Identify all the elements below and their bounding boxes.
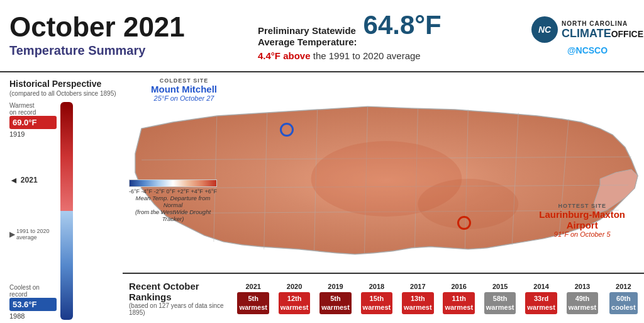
ranking-label: warmest [280,303,309,312]
ranking-number: 13th [404,295,432,303]
legend-tick-6: +4°F [191,188,203,195]
ranking-box: 13th warmest [402,292,434,314]
ranking-year: 2017 [410,283,425,290]
ranking-box: 15th warmest [361,292,393,314]
legend-tick-4: 0°F [167,188,175,195]
avg-temp-value: 64.8°F [364,10,441,40]
legend-tick-1: -6°F [129,188,140,195]
ranking-label: warmest [363,303,391,312]
month-year-title: October 2021 [9,13,236,41]
coolest-on-record-label: Coolest onrecord [9,284,57,298]
hottest-site-detail: 91°F on October 5 [539,230,625,238]
arrow-2021-icon: ◄ [9,175,18,185]
ranking-number: 11th [445,295,473,303]
header-center: Preliminary StatewideAverage Temperature… [245,0,531,71]
historical-title: Historical Perspective [9,79,116,89]
ranking-box: 49th warmest [567,292,599,314]
coldest-site-marker [280,123,294,137]
legend-bar [129,179,217,187]
legend-area: -6°F -4°F -2°F 0°F +2°F +4°F +6°F Mean T… [129,179,217,222]
coolest-temp: 53.6°F [9,298,57,311]
svg-text:NC: NC [538,25,552,35]
legend-gradient [129,179,217,187]
rankings-data: 2021 5th warmest 2020 12th warmest 2019 … [233,274,644,323]
ranking-year: 2012 [616,283,631,290]
year-2021-label: 2021 [21,176,38,184]
cool-bar [60,211,73,320]
ranking-item: 2019 5th warmest [315,283,356,314]
rankings-bar: Recent October Rankings (based on 127 ye… [123,273,644,323]
ranking-year: 2015 [492,283,508,290]
ranking-label: warmest [404,303,432,312]
ranking-item: 2015 58th warmest [479,283,520,314]
ranking-year: 2014 [533,283,548,290]
ranking-label: warmest [321,303,350,312]
ranking-box: 12th warmest [279,292,311,314]
warmest-label-group: Warmeston record 69.0°F 1919 [9,102,57,138]
ranking-item: 2018 15th warmest [356,283,397,314]
ranking-year: 2019 [328,283,343,290]
warmest-temp: 69.0°F [9,116,57,129]
anomaly-text: the 1991 to 2020 average [313,50,421,61]
ranking-item: 2012 60th coolest [603,283,644,314]
ranking-item: 2013 49th warmest [562,283,602,314]
arrow-avg-icon: ▶ [9,230,15,239]
ranking-year: 2020 [287,283,302,290]
ranking-year: 2018 [369,283,384,290]
legend-title: Mean Temp. Departure from Normal(from th… [129,195,217,222]
ranking-label: warmest [445,303,473,312]
legend-tick-2: -4°F [142,188,152,195]
map-area: COLDEST SITE Mount Mitchell 25°F on Octo… [123,72,644,273]
ranking-number: 49th [569,295,597,303]
warmest-year: 1919 [9,130,57,138]
ranking-number: 5th [321,295,350,303]
warm-bar [60,102,73,211]
legend-tick-5: +2°F [177,188,189,195]
twitter-handle: @NCSCO [567,45,608,55]
ranking-number: 15th [363,295,391,303]
ranking-label: warmest [486,303,514,312]
temperature-summary-subtitle: Temperature Summary [9,43,236,58]
avg-label: 1991 to 2020average [16,228,50,241]
warmest-on-record-label: Warmeston record [9,102,57,116]
avg-temp-anomaly: 4.4°F above the 1991 to 2020 average [258,50,518,61]
ranking-box: 60th coolest [609,292,638,314]
coldest-site-name: Mount Mitchell [151,84,217,94]
right-panel: COLDEST SITE Mount Mitchell 25°F on Octo… [123,72,644,323]
avg-label-group: ▶ 1991 to 2020average [9,228,57,241]
nc-emblem-icon: NC [531,16,558,43]
coldest-label: COLDEST SITE Mount Mitchell 25°F on Octo… [151,77,217,102]
ranking-number: 33rd [527,295,555,303]
year-2021-group: ◄ 2021 [9,175,57,185]
coldest-site-detail: 25°F on October 27 [151,94,217,102]
header-right: NC NORTH CAROLINA CLIMATEOFFICE @NCSCO [531,0,644,71]
historical-subtitle: (compared to all Octobers since 1895) [9,90,116,97]
ranking-box: 58th warmest [484,292,516,314]
avg-temp-label: Preliminary StatewideAverage Temperature… [258,25,357,48]
ranking-item: 2016 11th warmest [438,283,479,314]
legend-tick-7: +6°F [205,188,217,195]
ranking-box: 33rd warmest [525,292,557,314]
rankings-label: Recent October Rankings (based on 127 ye… [123,274,233,323]
anomaly-value: 4.4°F above [258,50,311,61]
hottest-site-name: Laurinburg-MaxtonAirport [539,209,625,230]
ranking-label: warmest [527,303,555,312]
header: October 2021 Temperature Summary Prelimi… [0,0,644,72]
rankings-title: Recent October Rankings [129,281,226,302]
hottest-site-type: HOTTEST SITE [539,203,625,209]
gauge-container: Warmeston record 69.0°F 1919 ◄ 2021 ▶ 19… [9,102,116,320]
ranking-box: 5th warmest [319,292,352,314]
ranking-label: warmest [239,303,267,312]
hottest-label: HOTTEST SITE Laurinburg-MaxtonAirport 91… [539,203,625,238]
map-svg-container: COLDEST SITE Mount Mitchell 25°F on Octo… [123,72,644,273]
avg-temp-line: Preliminary StatewideAverage Temperature… [258,10,518,48]
ranking-label: warmest [569,303,597,312]
left-panel: Historical Perspective (compared to all … [0,72,123,323]
nc-office-text: NORTH CAROLINA CLIMATEOFFICE [562,20,643,39]
nc-line2: CLIMATEOFFICE [562,28,643,39]
header-left: October 2021 Temperature Summary [0,0,245,71]
hottest-site-marker [457,216,471,230]
legend-tick-3: -2°F [154,188,165,195]
gauge-bar [60,102,73,320]
ranking-year: 2013 [575,283,590,290]
